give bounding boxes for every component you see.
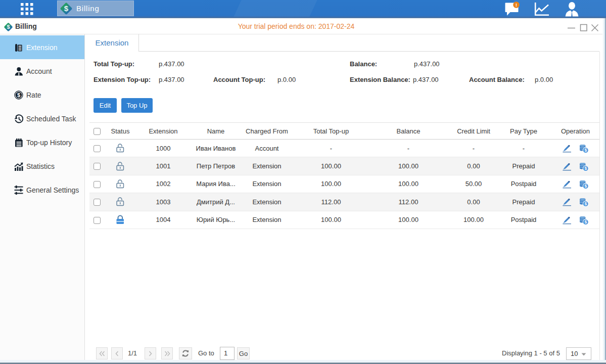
- svg-text:$: $: [584, 202, 587, 207]
- svg-text:$: $: [64, 4, 69, 13]
- svg-text:!: !: [516, 3, 517, 8]
- svg-text:$: $: [584, 166, 587, 171]
- svg-text:$: $: [584, 184, 587, 189]
- svg-text:$: $: [17, 92, 20, 98]
- svg-text:$: $: [584, 148, 587, 153]
- svg-text:$: $: [584, 219, 587, 224]
